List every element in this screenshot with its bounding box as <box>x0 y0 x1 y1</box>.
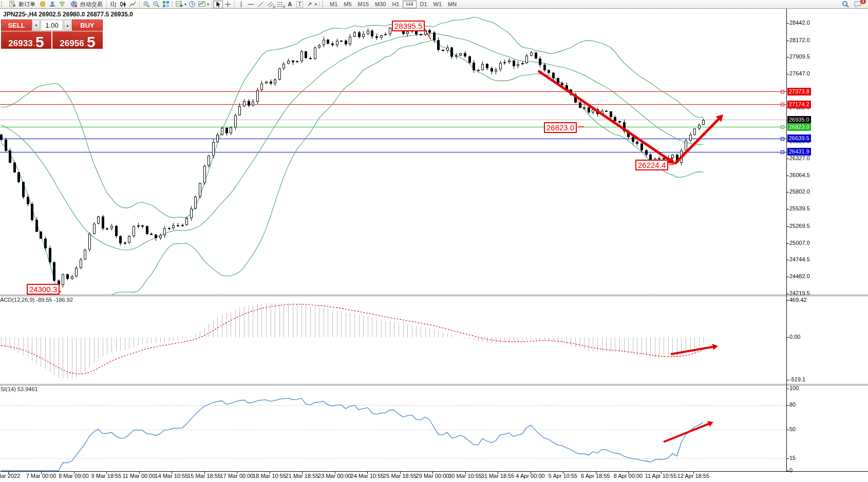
time-axis-label: Mar 2022 <box>0 473 20 479</box>
timeframe-m30[interactable]: M30 <box>372 1 388 8</box>
toolbar-separator <box>106 1 107 8</box>
sell-price-dot: . <box>33 41 35 48</box>
candlestick-chart-icon[interactable] <box>118 1 128 8</box>
annotation-label: 26224.4 <box>635 160 668 170</box>
horizontal-line-tool-icon[interactable] <box>246 1 256 8</box>
price-tick-label: 25007.0 <box>789 240 810 246</box>
text-tool-icon[interactable]: A <box>285 1 295 8</box>
buy-price-display[interactable]: 26956.5 <box>52 31 103 49</box>
volume-decrease-button[interactable]: ▾ <box>32 20 40 31</box>
arrow-glyph: ↗ <box>307 1 312 8</box>
timeframe-h4[interactable]: H4 <box>403 1 416 8</box>
indicators-dropdown-caret[interactable]: ▾ <box>207 2 209 7</box>
styles-bucket-icon[interactable] <box>37 1 47 8</box>
time-axis-label: 14 Mar 10:55 <box>155 473 188 479</box>
arrows-tool-icon[interactable]: ↗ <box>305 1 314 8</box>
buy-button[interactable]: BUY <box>72 20 103 31</box>
buy-price-main: 26956 <box>60 39 84 48</box>
volume-increase-button[interactable]: ▴ <box>64 20 71 31</box>
toolbar-separator <box>172 1 173 8</box>
time-axis-label: 8 Mar 09:00 <box>59 473 89 479</box>
equidistant-channel-tool-icon[interactable]: E <box>266 1 275 8</box>
price-tick-label: 26064.5 <box>789 172 810 178</box>
annotation-label: 24300.3 <box>27 284 60 295</box>
toolbar-drag-handle[interactable] <box>1 1 4 7</box>
sell-price-main: 26933 <box>8 39 32 48</box>
zoom-in-icon[interactable] <box>141 1 151 8</box>
time-axis-label: 5 Apr 10:55 <box>549 473 577 479</box>
time-axis-label: 24 Mar 10:55 <box>351 473 384 479</box>
autotrade-button[interactable]: 自动交易 <box>67 1 105 8</box>
text-label-tool-icon[interactable]: T <box>295 1 305 8</box>
price-tick-label: 24219.5 <box>789 290 810 296</box>
timeframe-m5[interactable]: M5 <box>341 1 354 8</box>
line-chart-icon[interactable] <box>128 1 138 8</box>
mt4-window: 新订单 自动交易 ▾ ▾ E F A T ↗ <box>0 0 868 482</box>
price-tick-label: 26327.0 <box>789 155 810 161</box>
time-axis-label: 8 Apr 00:00 <box>614 473 643 479</box>
time-axis-label: 11 Apr 10:55 <box>645 473 677 479</box>
time-axis-label: 25 Mar 18:55 <box>383 473 417 479</box>
one-click-trading-panel: SELL ▾ 1.00 ▴ BUY 26933.5 26956.5 <box>1 20 103 49</box>
crosshair-tool-icon[interactable] <box>223 1 233 8</box>
toolbar-drag-handle[interactable] <box>322 1 325 7</box>
new-chart-dropdown-caret[interactable]: ▾ <box>184 2 186 7</box>
sell-button[interactable]: SELL <box>1 20 32 31</box>
volume-input[interactable]: 1.00 <box>41 20 63 31</box>
timeframe-m15[interactable]: M15 <box>355 1 371 8</box>
new-order-icon <box>7 1 17 8</box>
vertical-line-tool-icon[interactable] <box>236 1 246 8</box>
macd-scale-label: 469.42 <box>789 297 807 303</box>
rsi-scale-label: 100 <box>789 385 799 391</box>
buy-price-big-digit: 5 <box>87 36 96 48</box>
rsi-scale-label: 80 <box>789 401 796 408</box>
annotation-label: 26823.0 <box>544 122 577 133</box>
new-order-button[interactable]: 新订单 <box>5 1 37 8</box>
time-axis-label: 17 Mar 00:00 <box>220 473 254 479</box>
price-line-label: 26431.9 <box>787 148 811 156</box>
time-axis-label: 6 Apr 18:55 <box>581 473 610 479</box>
time-axis-label: 23 Mar 00:00 <box>318 473 351 479</box>
price-line-label: 26823.0 <box>787 123 811 131</box>
timeframe-h1[interactable]: H1 <box>389 1 402 8</box>
chart-canvas[interactable] <box>0 9 868 482</box>
notification-badge: 1 <box>860 0 866 4</box>
rsi-scale-label: 15 <box>789 455 796 461</box>
time-axis-label: 12 Apr 18:55 <box>677 473 709 479</box>
signal-icon[interactable] <box>57 1 67 8</box>
toolbar-separator <box>234 1 235 8</box>
search-icon[interactable] <box>840 1 850 8</box>
toolbar-separator <box>211 1 212 8</box>
toolbar-separator <box>139 1 140 8</box>
fibonacci-tool-icon[interactable]: F <box>275 1 285 8</box>
cursor-tool-icon[interactable] <box>213 1 223 8</box>
time-axis-label: 4 Apr 00:00 <box>516 473 544 479</box>
time-axis-label: 29 Mar 00:00 <box>416 473 449 479</box>
price-tick-label: 28442.0 <box>789 20 810 26</box>
time-axis-label: 30 Mar 10:55 <box>448 473 482 479</box>
price-tick-label: 27647.0 <box>789 70 810 76</box>
price-line-label: 26935.0 <box>787 116 811 124</box>
time-axis-label: 9 Mar 18:55 <box>91 473 122 479</box>
bar-chart-icon[interactable] <box>108 1 118 8</box>
indicators-icon[interactable] <box>197 1 206 8</box>
sell-price-display[interactable]: 26933.5 <box>1 31 51 49</box>
toolbar: 新订单 自动交易 ▾ ▾ E F A T ↗ <box>0 0 868 9</box>
time-axis-label: 31 Mar 18:55 <box>481 473 515 479</box>
chat-button[interactable]: 1 <box>853 1 863 8</box>
zoom-out-icon[interactable] <box>151 1 161 8</box>
timeframe-w1[interactable]: W1 <box>431 1 445 8</box>
profile-icon[interactable] <box>47 1 57 8</box>
arrows-dropdown-caret[interactable]: ▾ <box>315 2 317 7</box>
timeframe-d1[interactable]: D1 <box>418 1 430 8</box>
annotation-label: 28395.5 <box>392 21 425 31</box>
new-chart-icon[interactable] <box>174 1 184 8</box>
clock-icon[interactable] <box>187 1 197 8</box>
price-tick-label: 24744.5 <box>789 256 810 262</box>
timeframe-mn[interactable]: MN <box>445 1 459 8</box>
timeframe-m1[interactable]: M1 <box>327 1 340 8</box>
time-axis-label: 15 Mar 18:55 <box>187 473 221 479</box>
trendline-tool-icon[interactable] <box>256 1 266 8</box>
tile-windows-icon[interactable] <box>161 1 171 8</box>
macd-scale-label: -519.1 <box>789 376 805 382</box>
